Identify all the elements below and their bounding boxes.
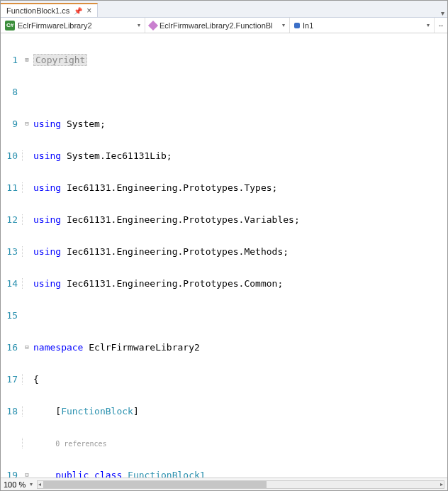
nav-project-dropdown[interactable]: C# EclrFirmwareLibrary2 ▾ (1, 18, 145, 33)
fold-toggle[interactable]: ⊟ (22, 118, 32, 129)
fold-toggle[interactable]: ⊟ (22, 342, 32, 353)
nav-class-label: EclrFirmwareLibrary2.FunctionBl (159, 21, 273, 30)
codelens[interactable]: 0 references (55, 440, 106, 448)
file-tab[interactable]: FunctionBlock1.cs 📌 × (1, 3, 98, 17)
scrollbar-thumb[interactable] (43, 481, 267, 488)
class-icon (148, 20, 158, 30)
close-icon[interactable]: × (86, 6, 91, 15)
split-icon[interactable]: ↔ (435, 21, 447, 29)
chevron-down-icon: ▾ (427, 22, 430, 28)
chevron-down-icon: ▾ (138, 22, 140, 28)
code-editor[interactable]: 1⊞Copyright 8 9⊟using System; 10using Sy… (1, 33, 447, 478)
horizontal-scrollbar[interactable]: ◂ ▸ (37, 480, 444, 489)
tab-bar: FunctionBlock1.cs 📌 × ▾ (1, 1, 447, 18)
zoom-level[interactable]: 100 % (4, 480, 26, 489)
csharp-icon: C# (5, 21, 15, 31)
tab-overflow-icon[interactable]: ▾ (438, 9, 447, 17)
navigation-bar: C# EclrFirmwareLibrary2 ▾ EclrFirmwareLi… (1, 18, 447, 33)
status-bar: 100 % ▾ ◂ ▸ (1, 478, 447, 490)
fold-toggle[interactable]: ⊟ (22, 470, 32, 478)
nav-project-label: EclrFirmwareLibrary2 (18, 21, 92, 30)
fold-toggle[interactable]: ⊞ (22, 55, 32, 65)
chevron-down-icon: ▾ (282, 22, 285, 28)
nav-member-label: In1 (303, 21, 313, 30)
scroll-left-icon[interactable]: ◂ (36, 481, 43, 488)
nav-member-dropdown[interactable]: In1 ▾ (290, 18, 435, 33)
collapsed-region[interactable]: Copyright (33, 54, 87, 66)
zoom-chevron-icon[interactable]: ▾ (30, 481, 33, 487)
scroll-right-icon[interactable]: ▸ (438, 481, 445, 488)
pin-icon[interactable]: 📌 (74, 7, 82, 15)
tab-filename: FunctionBlock1.cs (6, 6, 69, 15)
field-icon (294, 23, 300, 28)
nav-class-dropdown[interactable]: EclrFirmwareLibrary2.FunctionBl ▾ (145, 18, 290, 33)
